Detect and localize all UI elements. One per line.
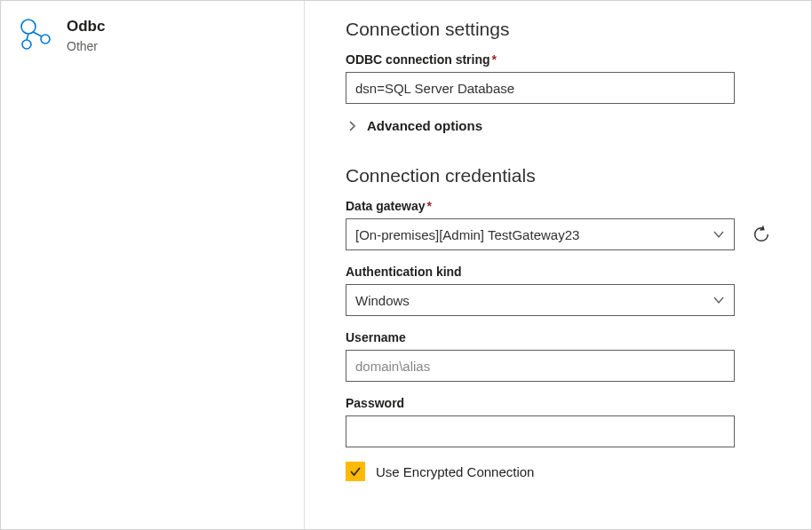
refresh-gateway-button[interactable] <box>751 224 772 245</box>
field-authentication-kind: Authentication kind Windows <box>346 265 772 316</box>
authentication-kind-select[interactable]: Windows <box>346 284 735 316</box>
required-asterisk: * <box>492 52 497 67</box>
connector-summary-pane: Odbc Other <box>1 1 304 529</box>
svg-point-1 <box>22 40 31 49</box>
username-input[interactable] <box>346 350 735 382</box>
odbc-icon <box>19 17 54 52</box>
label-data-gateway: Data gateway* <box>346 199 772 213</box>
connection-string-input[interactable] <box>346 72 735 104</box>
advanced-options-label: Advanced options <box>367 118 482 133</box>
encrypted-connection-checkbox[interactable] <box>346 462 365 481</box>
required-asterisk: * <box>426 199 431 213</box>
connector-subtitle: Other <box>67 38 105 54</box>
label-username: Username <box>346 330 772 344</box>
data-gateway-value: [On-premises][Admin] TestGateway23 <box>355 227 712 242</box>
encrypted-connection-label: Use Encrypted Connection <box>376 464 534 479</box>
svg-line-3 <box>33 32 42 36</box>
encrypted-connection-row: Use Encrypted Connection <box>346 462 772 481</box>
field-username: Username <box>346 330 772 382</box>
field-password: Password <box>346 396 772 447</box>
chevron-right-icon <box>347 121 358 131</box>
field-data-gateway: Data gateway* [On-premises][Admin] TestG… <box>346 199 772 250</box>
section-connection-settings: Connection settings <box>346 19 772 40</box>
label-connection-string: ODBC connection string* <box>346 52 772 67</box>
authentication-kind-value: Windows <box>355 293 712 308</box>
data-gateway-select[interactable]: [On-premises][Admin] TestGateway23 <box>346 218 735 250</box>
svg-line-4 <box>27 34 28 40</box>
field-connection-string: ODBC connection string* <box>346 52 772 104</box>
advanced-options-toggle[interactable]: Advanced options <box>347 118 772 133</box>
label-authentication-kind: Authentication kind <box>346 265 772 279</box>
connector-text: Odbc Other <box>67 17 105 54</box>
dialog-root: Odbc Other Connection settings ODBC conn… <box>0 0 812 530</box>
connector-title: Odbc <box>67 17 105 36</box>
form-pane: Connection settings ODBC connection stri… <box>305 1 811 529</box>
password-input[interactable] <box>346 415 735 447</box>
section-connection-credentials: Connection credentials <box>346 165 772 186</box>
chevron-down-icon <box>712 228 725 241</box>
label-password: Password <box>346 396 772 410</box>
chevron-down-icon <box>712 294 725 306</box>
svg-point-2 <box>41 35 50 44</box>
